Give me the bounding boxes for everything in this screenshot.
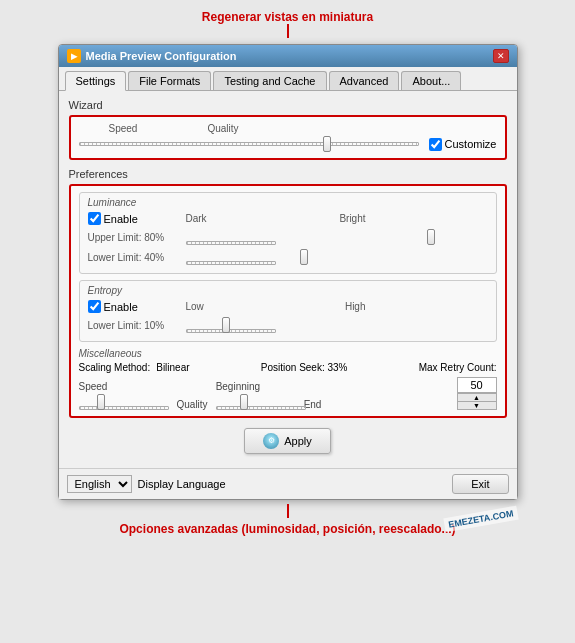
scaling-method-label: Scaling Method: bbox=[79, 362, 151, 373]
tab-bar: Settings File Formats Testing and Cache … bbox=[59, 67, 517, 91]
upper-limit-label: Upper Limit: 80% bbox=[88, 232, 178, 243]
lum-enable-group: Enable bbox=[88, 212, 178, 225]
customize-checkbox[interactable] bbox=[429, 138, 442, 151]
entropy-enable-group: Enable bbox=[88, 300, 178, 313]
tab-about[interactable]: About... bbox=[401, 71, 461, 90]
low-label: Low bbox=[186, 301, 204, 312]
luminance-title: Luminance bbox=[88, 197, 488, 208]
bright-label: Bright bbox=[339, 213, 365, 224]
misc-quality-label: Quality bbox=[177, 399, 208, 410]
apply-icon: ⚙ bbox=[263, 433, 279, 449]
high-label: High bbox=[345, 301, 366, 312]
apply-button[interactable]: ⚙ Apply bbox=[244, 428, 331, 454]
wizard-slider-thumb[interactable] bbox=[323, 136, 331, 152]
luminance-enable-checkbox[interactable] bbox=[88, 212, 101, 225]
spin-up-button[interactable]: ▲ bbox=[458, 393, 496, 401]
wizard-section: Speed Quality Customize bbox=[69, 115, 507, 160]
luminance-group: Luminance Enable Dark Bright bbox=[79, 192, 497, 274]
misc-section: Miscellaneous Scaling Method: Bilinear P… bbox=[79, 348, 497, 410]
misc-beginning-label: Beginning bbox=[216, 381, 260, 392]
position-seek-label: Position Seek: 33% bbox=[261, 362, 348, 373]
misc-title: Miscellaneous bbox=[79, 348, 497, 359]
language-select[interactable]: English bbox=[67, 475, 132, 493]
entropy-title: Entropy bbox=[88, 285, 488, 296]
preferences-label: Preferences bbox=[69, 168, 507, 180]
entropy-limit-thumb[interactable] bbox=[222, 317, 230, 333]
entropy-lower-limit-label: Lower Limit: 10% bbox=[88, 320, 178, 331]
tab-file-formats[interactable]: File Formats bbox=[128, 71, 211, 90]
misc-beginning-group: Beginning bbox=[216, 381, 296, 410]
misc-sliders: Speed Quality Beginning bbox=[79, 377, 497, 410]
misc-end-label: End bbox=[304, 399, 322, 410]
close-button[interactable]: ✕ bbox=[493, 49, 509, 63]
entropy-enable-label: Enable bbox=[104, 301, 138, 313]
apply-row: ⚙ Apply bbox=[69, 428, 507, 454]
display-language-label: Display Language bbox=[138, 478, 226, 490]
lower-limit-thumb[interactable] bbox=[300, 249, 308, 265]
wizard-quality-label: Quality bbox=[207, 123, 238, 134]
entropy-group: Entropy Enable Low High bbox=[79, 280, 497, 342]
wizard-speed-label: Speed bbox=[109, 123, 138, 134]
misc-speed-thumb[interactable] bbox=[97, 394, 105, 410]
misc-speed-group: Speed bbox=[79, 381, 169, 410]
preferences-section: Luminance Enable Dark Bright bbox=[69, 184, 507, 418]
top-annotation: Regenerar vistas en miniatura bbox=[202, 10, 373, 38]
dark-label: Dark bbox=[186, 213, 207, 224]
window-title: Media Preview Configuration bbox=[86, 50, 237, 62]
lower-limit-label: Lower Limit: 40% bbox=[88, 252, 178, 263]
tab-settings[interactable]: Settings bbox=[65, 71, 127, 91]
customize-checkbox-group: Customize bbox=[429, 138, 497, 151]
misc-speed-label: Speed bbox=[79, 381, 108, 392]
apply-label: Apply bbox=[284, 435, 312, 447]
exit-button[interactable]: Exit bbox=[452, 474, 508, 494]
wizard-label: Wizard bbox=[69, 99, 507, 111]
max-retry-group: 50 ▲ ▼ bbox=[457, 377, 497, 410]
retry-spinbox: 50 ▲ ▼ bbox=[457, 377, 497, 410]
tab-testing-cache[interactable]: Testing and Cache bbox=[213, 71, 326, 90]
scaling-method-value: Bilinear bbox=[156, 362, 189, 373]
settings-content: Wizard Speed Quality Customize bbox=[59, 91, 517, 468]
main-window: ▶ Media Preview Configuration ✕ Settings… bbox=[58, 44, 518, 500]
retry-value[interactable]: 50 bbox=[458, 378, 496, 393]
language-section: English Display Language bbox=[67, 475, 226, 493]
title-bar: ▶ Media Preview Configuration ✕ bbox=[59, 45, 517, 67]
tab-advanced[interactable]: Advanced bbox=[329, 71, 400, 90]
entropy-enable-checkbox[interactable] bbox=[88, 300, 101, 313]
max-retry-label: Max Retry Count: bbox=[419, 362, 497, 373]
bottom-bar: English Display Language Exit bbox=[59, 468, 517, 499]
window-icon: ▶ bbox=[67, 49, 81, 63]
customize-label: Customize bbox=[445, 138, 497, 150]
spin-down-button[interactable]: ▼ bbox=[458, 401, 496, 409]
misc-beginning-thumb[interactable] bbox=[240, 394, 248, 410]
upper-limit-thumb[interactable] bbox=[427, 229, 435, 245]
bottom-annotation: Opciones avanzadas (luminosidad, posició… bbox=[119, 504, 455, 536]
luminance-enable-label: Enable bbox=[104, 213, 138, 225]
